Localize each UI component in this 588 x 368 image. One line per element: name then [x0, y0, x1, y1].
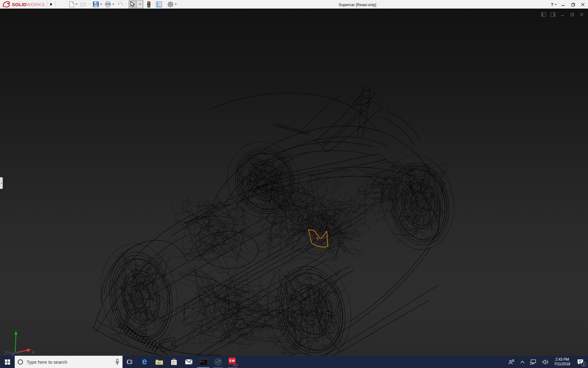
- taskbar-app-edge[interactable]: e: [137, 356, 152, 368]
- start-button[interactable]: [0, 356, 15, 368]
- display-settings-button[interactable]: [155, 0, 163, 8]
- restore-button[interactable]: [570, 1, 576, 8]
- tray-overflow-button[interactable]: [519, 356, 526, 368]
- file-explorer-icon: [155, 359, 163, 365]
- help-caret: [555, 4, 557, 5]
- system-tray: 2:43 PM 7/11/2018 3: [507, 356, 588, 368]
- solidworks-logo: SOLIDWORKS: [2, 1, 45, 8]
- brand-solid: SOLID: [12, 2, 27, 7]
- edge-icon: e: [142, 357, 147, 366]
- properties-list-icon: [156, 2, 162, 7]
- close-button[interactable]: [579, 1, 586, 8]
- sketch-profile[interactable]: [308, 230, 328, 247]
- collapsed-panel-tab[interactable]: [0, 177, 3, 189]
- taskbar-app-mail[interactable]: [181, 356, 196, 368]
- network-icon: [530, 359, 537, 365]
- axis-x-label: x: [32, 350, 34, 354]
- print-button[interactable]: [104, 0, 115, 8]
- restore-icon: [570, 13, 574, 17]
- microphone-icon[interactable]: [115, 359, 119, 365]
- print-icon: [105, 1, 111, 7]
- titlebar: SOLIDWORKS: [0, 0, 588, 9]
- solidworks-2017-icon: SW 2017: [228, 357, 237, 366]
- document-window-controls: [541, 12, 584, 17]
- dropdown-caret[interactable]: [100, 4, 102, 5]
- menu-flyout-icon[interactable]: [50, 3, 52, 6]
- doc-close-button[interactable]: [579, 12, 584, 17]
- display-pane-button[interactable]: [550, 12, 556, 17]
- dropdown-caret: [139, 4, 141, 5]
- standard-toolbar: [68, 0, 179, 8]
- gear-icon: [167, 1, 174, 8]
- network-button[interactable]: [529, 356, 538, 368]
- dropdown-caret[interactable]: [175, 4, 177, 5]
- minimize-icon: [561, 13, 564, 16]
- graphics-area[interactable]: x z *Dimetric: [0, 9, 588, 356]
- brand-works: WORKS: [27, 2, 45, 7]
- panel-tab-dot: [1, 182, 2, 184]
- command-prompt-icon: C:\_: [199, 358, 208, 366]
- new-document-icon: [69, 1, 74, 7]
- restore-icon: [571, 3, 575, 7]
- doc-restore-button[interactable]: [569, 12, 575, 17]
- solidworks-logo-mark: [2, 1, 10, 8]
- highlighted-sketch[interactable]: [0, 9, 588, 356]
- action-center-button[interactable]: 3: [575, 356, 586, 368]
- speaker-icon: [542, 359, 548, 365]
- dropdown-caret[interactable]: [112, 4, 114, 5]
- search-input[interactable]: [26, 359, 115, 365]
- microsoft-store-icon: [171, 358, 177, 366]
- separator: [55, 1, 56, 8]
- taskbar-app-command-prompt[interactable]: C:\_: [196, 356, 211, 368]
- taskbar-app-edrawings[interactable]: [211, 356, 225, 368]
- undo-icon: [117, 2, 124, 7]
- people-button[interactable]: [507, 356, 516, 368]
- feature-pane-button[interactable]: [541, 12, 546, 17]
- view-orientation-label: *Dimetric: [5, 350, 22, 355]
- select-tool-button[interactable]: [129, 0, 143, 8]
- tray-date: 7/11/2018: [554, 362, 571, 366]
- rebuild-button[interactable]: [146, 0, 152, 8]
- select-dropdown-cell[interactable]: [136, 1, 142, 8]
- windows-logo-icon: [5, 359, 10, 365]
- open-icon: [80, 2, 87, 7]
- taskbar-app-file-explorer[interactable]: [152, 356, 167, 368]
- taskbar: e C:\_: [0, 356, 588, 368]
- save-icon: [93, 1, 99, 7]
- select-cursor-icon: [130, 1, 135, 7]
- taskbar-app-store[interactable]: [167, 356, 181, 368]
- notification-badge: 3: [581, 362, 586, 366]
- new-document-button[interactable]: [68, 0, 78, 8]
- doc-minimize-button[interactable]: [560, 12, 565, 17]
- sketch-origin-cross: [316, 237, 319, 240]
- open-button[interactable]: [79, 0, 91, 8]
- mail-icon: [185, 359, 193, 365]
- minimize-icon: [561, 3, 565, 6]
- taskbar-search[interactable]: [15, 356, 123, 368]
- volume-button[interactable]: [541, 356, 550, 368]
- cortana-icon: [18, 359, 23, 365]
- tray-time: 2:43 PM: [555, 357, 569, 362]
- dropdown-caret[interactable]: [125, 4, 127, 5]
- task-view-icon: [127, 359, 133, 365]
- minimize-button[interactable]: [560, 1, 567, 8]
- tray-clock[interactable]: 2:43 PM 7/11/2018: [552, 357, 572, 366]
- help-button[interactable]: ?: [551, 2, 557, 7]
- document-title: Supercar [Read-only]: [339, 2, 376, 7]
- close-icon: [581, 3, 585, 6]
- options-button[interactable]: [166, 0, 178, 8]
- save-button[interactable]: [92, 0, 103, 8]
- undo-button[interactable]: [116, 0, 128, 8]
- taskbar-app-solidworks[interactable]: SW 2017: [225, 356, 240, 368]
- task-view-button[interactable]: [123, 356, 137, 368]
- dropdown-caret[interactable]: [76, 4, 77, 5]
- pane-right-icon: [551, 12, 556, 17]
- dropdown-caret[interactable]: [88, 4, 90, 5]
- people-icon: [508, 359, 515, 365]
- separator: [47, 1, 47, 8]
- hexagon-app-icon: [214, 358, 222, 366]
- window-controls: ?: [551, 0, 586, 9]
- close-icon: [580, 13, 583, 16]
- traffic-light-icon: [147, 1, 151, 8]
- pane-left-icon: [541, 12, 546, 17]
